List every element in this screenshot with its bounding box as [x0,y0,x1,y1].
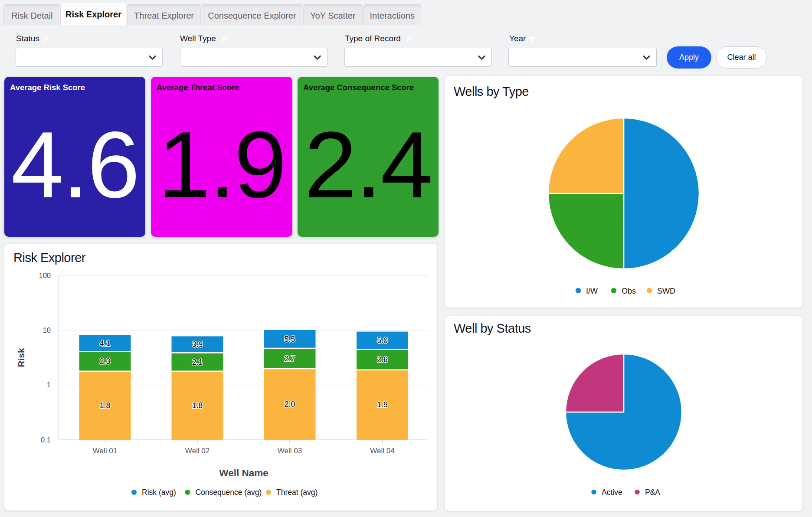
svg-text:10: 10 [43,326,51,334]
svg-text:2.6: 2.6 [377,355,387,364]
svg-text:Consequence (avg): Consequence (avg) [196,488,262,497]
svg-text:2.3: 2.3 [100,357,110,366]
svg-text:Risk (avg): Risk (avg) [142,488,176,497]
svg-text:100: 100 [39,272,51,279]
svg-text:1: 1 [47,381,51,389]
svg-text:0.1: 0.1 [41,436,51,444]
svg-text:2.0: 2.0 [285,400,295,409]
svg-text:1.8: 1.8 [100,401,110,410]
svg-text:2.1: 2.1 [192,358,203,366]
svg-text:Well 01: Well 01 [93,447,117,455]
svg-text:Obs: Obs [622,287,636,295]
svg-text:I/W: I/W [586,287,598,295]
svg-text:Risk: Risk [16,348,26,367]
svg-text:5.5: 5.5 [285,335,295,344]
svg-text:4.1: 4.1 [100,339,110,348]
svg-text:SWD: SWD [657,287,675,295]
svg-text:Well 02: Well 02 [185,447,210,455]
svg-text:Well 04: Well 04 [370,447,394,455]
svg-text:1.8: 1.8 [192,401,203,410]
svg-text:1.9: 1.9 [377,400,387,409]
svg-text:5.0: 5.0 [377,336,388,345]
svg-text:2.7: 2.7 [285,354,295,363]
svg-text:P&A: P&A [645,488,660,497]
svg-text:Active: Active [602,488,622,497]
svg-text:Threat (avg): Threat (avg) [276,488,318,497]
svg-text:3.9: 3.9 [192,340,203,349]
svg-text:Well 03: Well 03 [278,447,302,455]
svg-text:Well Name: Well Name [219,468,268,478]
